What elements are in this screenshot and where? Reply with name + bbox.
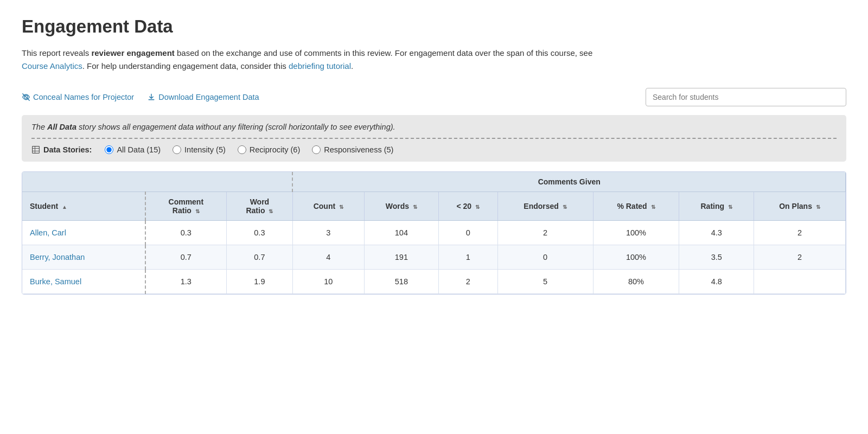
data-cell: 3 xyxy=(292,221,364,245)
col-word-ratio[interactable]: WordRatio ⇅ xyxy=(226,192,292,221)
data-cell: 0 xyxy=(438,221,497,245)
col-comment-ratio[interactable]: CommentRatio ⇅ xyxy=(145,192,227,221)
search-input[interactable] xyxy=(646,88,846,106)
toolbar-left: Conceal Names for Projector Download Eng… xyxy=(22,93,259,101)
svg-rect-1 xyxy=(33,146,40,154)
radio-label-responsiveness: Responsiveness (5) xyxy=(324,145,393,154)
info-box: The All Data story shows all engagement … xyxy=(22,115,846,162)
sort-icon-count: ⇅ xyxy=(339,204,343,210)
table-icon xyxy=(31,145,40,154)
sort-icon-lt20: ⇅ xyxy=(475,204,480,210)
table-container: Comments Given Student ▲ CommentRatio ⇅ … xyxy=(22,171,846,295)
radio-input-intensity[interactable] xyxy=(173,145,181,154)
sort-icon-wr: ⇅ xyxy=(269,208,273,214)
sort-asc-icon: ▲ xyxy=(62,204,67,210)
radio-input-all-data[interactable] xyxy=(105,145,113,154)
radio-label-all-data: All Data (15) xyxy=(117,145,161,154)
dashed-divider xyxy=(31,138,837,139)
table-body: Allen, Carl0.30.3310402100%4.32Berry, Jo… xyxy=(22,221,846,294)
student-link[interactable]: Burke, Samuel xyxy=(30,277,81,286)
data-cell: 518 xyxy=(364,270,438,294)
info-bold-text: All Data xyxy=(47,123,76,131)
data-cell: 104 xyxy=(364,221,438,245)
table-col-header-row: Student ▲ CommentRatio ⇅ WordRatio ⇅ Cou… xyxy=(22,192,846,221)
data-cell: 5 xyxy=(497,270,593,294)
group-header-comments-given: Comments Given xyxy=(292,172,845,192)
sort-icon-rating: ⇅ xyxy=(728,204,732,210)
toolbar: Conceal Names for Projector Download Eng… xyxy=(22,88,846,106)
radio-label-reciprocity: Reciprocity (6) xyxy=(250,145,300,154)
sort-icon-pct-rated: ⇅ xyxy=(651,204,655,210)
radio-option-intensity[interactable]: Intensity (5) xyxy=(173,145,226,154)
data-cell: 10 xyxy=(292,270,364,294)
data-cell: 0.3 xyxy=(226,221,292,245)
data-cell: 1.3 xyxy=(145,270,227,294)
data-cell: 2 xyxy=(754,221,846,245)
sort-icon-cr: ⇅ xyxy=(195,208,200,214)
col-lt20[interactable]: < 20 ⇅ xyxy=(438,192,497,221)
data-cell: 0.3 xyxy=(145,221,227,245)
col-words[interactable]: Words ⇅ xyxy=(364,192,438,221)
course-analytics-link[interactable]: Course Analytics xyxy=(22,61,82,71)
student-link[interactable]: Allen, Carl xyxy=(30,228,66,237)
page-title: Engagement Data xyxy=(22,16,846,37)
data-cell: 2 xyxy=(754,245,846,270)
col-on-plans[interactable]: On Plans ⇅ xyxy=(754,192,846,221)
sort-icon-endorsed: ⇅ xyxy=(563,204,567,210)
radio-input-responsiveness[interactable] xyxy=(312,145,321,154)
table-row: Berry, Jonathan0.70.7419110100%3.52 xyxy=(22,245,846,270)
sort-icon-words: ⇅ xyxy=(413,204,417,210)
data-cell: 100% xyxy=(593,245,679,270)
eye-slash-icon xyxy=(22,93,30,101)
data-cell: 0.7 xyxy=(226,245,292,270)
student-name-cell[interactable]: Allen, Carl xyxy=(22,221,145,245)
data-cell: 2 xyxy=(497,221,593,245)
radio-option-reciprocity[interactable]: Reciprocity (6) xyxy=(238,145,300,154)
col-student[interactable]: Student ▲ xyxy=(22,192,145,221)
data-stories-text: Data Stories: xyxy=(43,145,92,154)
conceal-names-label: Conceal Names for Projector xyxy=(33,93,134,101)
sort-icon-on-plans: ⇅ xyxy=(816,204,820,210)
radio-option-all-data[interactable]: All Data (15) xyxy=(105,145,161,154)
student-name-cell[interactable]: Berry, Jonathan xyxy=(22,245,145,270)
col-endorsed[interactable]: Endorsed ⇅ xyxy=(497,192,593,221)
table-row: Allen, Carl0.30.3310402100%4.32 xyxy=(22,221,846,245)
data-cell: 1.9 xyxy=(226,270,292,294)
data-cell: 80% xyxy=(593,270,679,294)
group-header-empty xyxy=(22,172,292,192)
conceal-names-button[interactable]: Conceal Names for Projector xyxy=(22,93,134,101)
data-cell: 4.8 xyxy=(679,270,754,294)
download-icon xyxy=(147,93,156,101)
col-pct-rated[interactable]: % Rated ⇅ xyxy=(593,192,679,221)
data-cell xyxy=(754,270,846,294)
engagement-table: Comments Given Student ▲ CommentRatio ⇅ … xyxy=(22,172,846,294)
col-count[interactable]: Count ⇅ xyxy=(292,192,364,221)
student-name-cell[interactable]: Burke, Samuel xyxy=(22,270,145,294)
data-stories-row: Data Stories: All Data (15)Intensity (5)… xyxy=(31,145,837,154)
download-button[interactable]: Download Engagement Data xyxy=(147,93,259,101)
info-box-text: The All Data story shows all engagement … xyxy=(31,123,837,131)
radio-option-responsiveness[interactable]: Responsiveness (5) xyxy=(312,145,393,154)
data-cell: 0 xyxy=(497,245,593,270)
data-cell: 4 xyxy=(292,245,364,270)
student-link[interactable]: Berry, Jonathan xyxy=(30,253,85,261)
debriefing-tutorial-link[interactable]: debriefing tutorial xyxy=(289,61,351,71)
data-cell: 4.3 xyxy=(679,221,754,245)
data-stories-label: Data Stories: xyxy=(31,145,92,154)
radio-label-intensity: Intensity (5) xyxy=(184,145,226,154)
data-cell: 1 xyxy=(438,245,497,270)
info-text-before: The xyxy=(31,123,47,131)
radio-input-reciprocity[interactable] xyxy=(238,145,246,154)
data-cell: 3.5 xyxy=(679,245,754,270)
col-rating[interactable]: Rating ⇅ xyxy=(679,192,754,221)
data-cell: 0.7 xyxy=(145,245,227,270)
info-text-after: story shows all engagement data without … xyxy=(76,123,395,131)
page-description: This report reveals reviewer engagement … xyxy=(22,47,618,73)
data-cell: 2 xyxy=(438,270,497,294)
table-group-header-row: Comments Given xyxy=(22,172,846,192)
download-label: Download Engagement Data xyxy=(158,93,259,101)
data-cell: 100% xyxy=(593,221,679,245)
table-row: Burke, Samuel1.31.9105182580%4.8 xyxy=(22,270,846,294)
data-cell: 191 xyxy=(364,245,438,270)
data-stories-options: All Data (15)Intensity (5)Reciprocity (6… xyxy=(105,145,393,154)
